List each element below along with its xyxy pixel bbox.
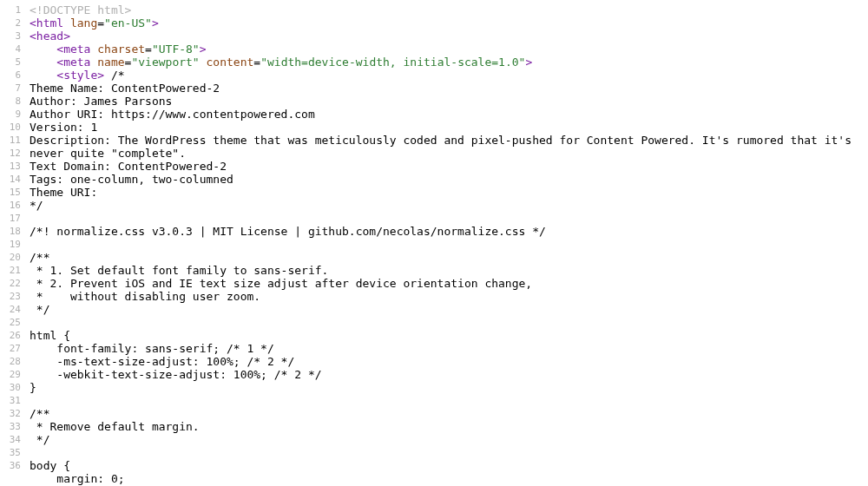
code-line[interactable]: * 1. Set default font family to sans-ser… bbox=[30, 264, 868, 277]
line-number: 33 bbox=[3, 420, 21, 433]
code-token: * without disabling user zoom. bbox=[30, 290, 260, 303]
code-token: content bbox=[207, 56, 254, 69]
line-number: 7 bbox=[3, 82, 21, 95]
code-token: = bbox=[145, 43, 152, 56]
code-token: Version: 1 bbox=[30, 121, 97, 134]
line-number: 27 bbox=[3, 342, 21, 355]
code-token: > bbox=[200, 43, 207, 56]
code-token: > bbox=[525, 56, 532, 69]
code-line[interactable]: Tags: one-column, two-columned bbox=[30, 173, 868, 186]
code-token: = bbox=[97, 16, 104, 30]
code-token: -ms-text-size-adjust: 100%; /* 2 */ bbox=[30, 355, 294, 368]
code-line[interactable]: */ bbox=[30, 303, 868, 316]
code-line[interactable]: font-family: sans-serif; /* 1 */ bbox=[30, 342, 868, 355]
line-number: 5 bbox=[3, 56, 21, 69]
code-token: Tags: one-column, two-columned bbox=[30, 173, 233, 186]
code-line[interactable]: <!DOCTYPE html> bbox=[30, 3, 868, 16]
code-line[interactable]: Version: 1 bbox=[30, 121, 868, 134]
code-token: "viewport" bbox=[131, 56, 199, 69]
line-number: 16 bbox=[3, 199, 21, 212]
code-token: > bbox=[97, 69, 104, 82]
line-number: 11 bbox=[3, 134, 21, 147]
code-token: meta bbox=[63, 43, 90, 56]
code-token: < bbox=[30, 30, 36, 43]
code-line[interactable]: * without disabling user zoom. bbox=[30, 290, 868, 303]
code-token: html { bbox=[30, 329, 70, 342]
code-token bbox=[200, 56, 207, 69]
code-line[interactable]: <html lang="en-US"> bbox=[30, 16, 868, 30]
code-line[interactable]: /** bbox=[30, 251, 868, 264]
code-token: < bbox=[56, 69, 63, 82]
code-line[interactable] bbox=[30, 212, 868, 225]
line-number: 13 bbox=[3, 160, 21, 173]
code-line[interactable]: /*! normalize.css v3.0.3 | MIT License |… bbox=[30, 225, 868, 238]
code-line[interactable]: Description: The WordPress theme that wa… bbox=[30, 134, 868, 147]
code-line[interactable]: <style> /* bbox=[30, 69, 868, 82]
line-number: 21 bbox=[3, 264, 21, 277]
code-line[interactable]: <meta charset="UTF-8"> bbox=[30, 43, 868, 56]
code-line[interactable]: /** bbox=[30, 407, 868, 420]
code-line[interactable]: never quite "complete". bbox=[30, 147, 868, 160]
code-token: never quite "complete". bbox=[30, 147, 186, 160]
line-number: 22 bbox=[3, 277, 21, 290]
line-number: 12 bbox=[3, 147, 21, 160]
code-token: Theme Name: ContentPowered-2 bbox=[30, 82, 220, 95]
code-line[interactable]: body { bbox=[30, 459, 868, 472]
code-token: head bbox=[36, 30, 63, 43]
code-token: > bbox=[152, 16, 159, 30]
code-line[interactable]: -webkit-text-size-adjust: 100%; /* 2 */ bbox=[30, 368, 868, 381]
line-number: 4 bbox=[3, 43, 21, 56]
code-token: "width=device-width, initial-scale=1.0" bbox=[260, 56, 525, 69]
code-line[interactable]: */ bbox=[30, 199, 868, 212]
code-line[interactable]: * 2. Prevent iOS and IE text size adjust… bbox=[30, 277, 868, 290]
code-line[interactable]: */ bbox=[30, 433, 868, 446]
code-line[interactable]: Author: James Parsons bbox=[30, 95, 868, 108]
code-token: margin: 0; bbox=[30, 472, 125, 485]
code-line[interactable]: } bbox=[30, 381, 868, 394]
code-token: } bbox=[30, 381, 36, 394]
code-token: /*! normalize.css v3.0.3 | MIT License |… bbox=[30, 225, 546, 238]
code-token: < bbox=[56, 56, 63, 69]
code-token: name bbox=[97, 56, 124, 69]
code-token: * 2. Prevent iOS and IE text size adjust… bbox=[30, 277, 532, 290]
code-token: "UTF-8" bbox=[152, 43, 200, 56]
code-line[interactable]: html { bbox=[30, 329, 868, 342]
code-line[interactable]: <head> bbox=[30, 30, 868, 43]
code-line[interactable]: margin: 0; bbox=[30, 472, 868, 485]
code-token: /** bbox=[30, 407, 49, 420]
code-line[interactable]: -ms-text-size-adjust: 100%; /* 2 */ bbox=[30, 355, 868, 368]
line-number: 9 bbox=[3, 108, 21, 121]
code-token: */ bbox=[30, 199, 43, 212]
code-token: lang bbox=[70, 16, 97, 30]
code-line[interactable]: * Remove default margin. bbox=[30, 420, 868, 433]
line-number: 32 bbox=[3, 407, 21, 420]
code-token: /* bbox=[104, 69, 124, 82]
line-number: 29 bbox=[3, 368, 21, 381]
code-token: -webkit-text-size-adjust: 100%; /* 2 */ bbox=[30, 368, 322, 381]
code-line[interactable]: Author URI: https://www.contentpowered.c… bbox=[30, 108, 868, 121]
line-number: 18 bbox=[3, 225, 21, 238]
code-line[interactable]: <meta name="viewport" content="width=dev… bbox=[30, 56, 868, 69]
code-token bbox=[63, 16, 70, 30]
line-number: 8 bbox=[3, 95, 21, 108]
code-editor[interactable]: 1234567891011121314151617181920212223242… bbox=[0, 0, 868, 486]
code-token: Description: The WordPress theme that wa… bbox=[30, 134, 852, 147]
code-token: "en-US" bbox=[104, 16, 152, 30]
line-number: 14 bbox=[3, 173, 21, 186]
code-line[interactable]: Theme Name: ContentPowered-2 bbox=[30, 82, 868, 95]
line-number: 28 bbox=[3, 355, 21, 368]
code-line[interactable]: Theme URI: bbox=[30, 186, 868, 199]
code-token: font-family: sans-serif; /* 1 */ bbox=[30, 342, 274, 355]
code-line[interactable] bbox=[30, 238, 868, 251]
line-number: 6 bbox=[3, 69, 21, 82]
line-number: 3 bbox=[3, 30, 21, 43]
line-number: 26 bbox=[3, 329, 21, 342]
code-line[interactable] bbox=[30, 316, 868, 329]
code-token bbox=[30, 69, 56, 82]
line-number: 2 bbox=[3, 16, 21, 30]
code-line[interactable] bbox=[30, 446, 868, 459]
code-line[interactable] bbox=[30, 394, 868, 407]
code-token: * Remove default margin. bbox=[30, 420, 200, 433]
code-line[interactable]: Text Domain: ContentPowered-2 bbox=[30, 160, 868, 173]
code-area[interactable]: <!DOCTYPE html><html lang="en-US"><head>… bbox=[26, 0, 868, 486]
